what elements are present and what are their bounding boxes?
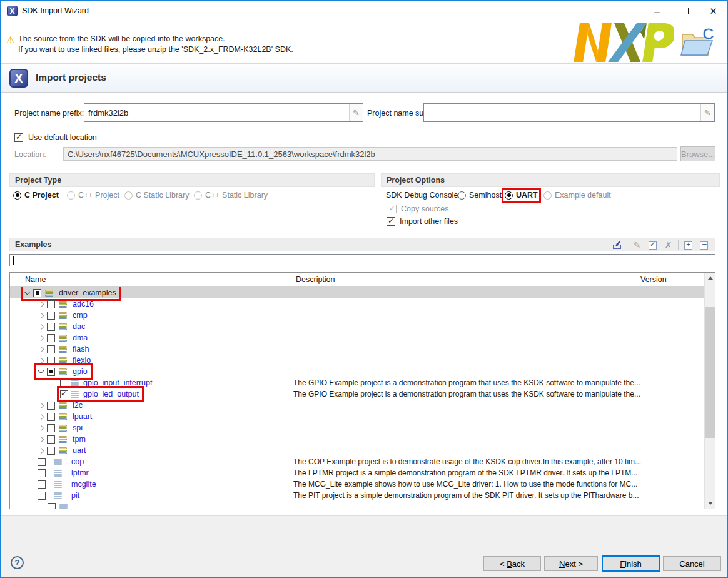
column-header-description[interactable]: Description: [296, 275, 335, 284]
tree-row[interactable]: flash: [10, 343, 704, 355]
tree-row[interactable]: pitThe PIT project is a simple demonstra…: [10, 490, 704, 501]
tree-row[interactable]: dac: [10, 321, 704, 332]
tree-item-label[interactable]: gpio_input_interrupt: [81, 378, 154, 387]
tree-expander-icon[interactable]: [38, 357, 44, 363]
tree-checkbox[interactable]: [47, 323, 55, 331]
tree-expander-icon[interactable]: [38, 312, 44, 318]
tree-checkbox[interactable]: [38, 492, 46, 500]
tree-expander-icon[interactable]: [38, 425, 44, 431]
radio-example-default[interactable]: Example default: [543, 191, 611, 200]
deselect-all-icon[interactable]: ✗: [662, 240, 674, 251]
browse-button[interactable]: Browse...: [680, 146, 715, 161]
tree-row[interactable]: mcgliteThe MCG_Lite example shows how to…: [10, 479, 704, 490]
import-other-files-checkbox[interactable]: Import other files: [387, 217, 458, 226]
tree-checkbox[interactable]: [47, 345, 55, 353]
back-button[interactable]: < Back: [483, 556, 541, 571]
radio-c-static-library[interactable]: C Static Library: [124, 191, 189, 200]
next-button[interactable]: Next >: [544, 556, 598, 571]
tree-item-label[interactable]: lpuart: [71, 412, 94, 421]
tree-row[interactable]: gpio_led_outputThe GPIO Example project …: [10, 388, 704, 400]
tree-expander-icon[interactable]: [38, 402, 44, 408]
import-example-icon[interactable]: [611, 240, 623, 251]
tree-checkbox[interactable]: [47, 368, 55, 376]
tree-checkbox[interactable]: [47, 447, 55, 455]
tree-row[interactable]: cmp: [10, 310, 704, 321]
close-button[interactable]: ✕: [699, 1, 727, 21]
tree-item-label[interactable]: gpio: [71, 367, 89, 376]
tree-expander-icon[interactable]: [38, 368, 44, 374]
vertical-scrollbar[interactable]: [704, 273, 715, 509]
tree-item-label[interactable]: i2c: [71, 401, 84, 410]
tree-row[interactable]: lptmrThe LPTMR project is a simple demon…: [10, 467, 704, 479]
tree-row[interactable]: adc16: [10, 298, 704, 310]
project-name-prefix-input[interactable]: frdmk32l2b ✎: [84, 103, 363, 122]
radio-semihost[interactable]: Semihost: [458, 191, 502, 200]
tree-item-label[interactable]: uart: [71, 446, 88, 455]
tree-row[interactable]: gpio: [10, 366, 704, 377]
tree-checkbox[interactable]: [60, 390, 68, 398]
tree-row[interactable]: tpm: [10, 434, 704, 445]
tree-checkbox[interactable]: [47, 334, 55, 342]
tree-checkbox[interactable]: [47, 357, 55, 365]
tree-item-label[interactable]: flexio: [71, 356, 93, 365]
tree-row[interactable]: dma: [10, 332, 704, 343]
tree-item-label[interactable]: dma: [71, 333, 89, 342]
tree-item-label[interactable]: driver_examples: [57, 288, 118, 297]
collapse-all-icon[interactable]: [698, 240, 710, 251]
tree-expander-icon[interactable]: [38, 323, 44, 330]
project-name-suffix-input[interactable]: ✎: [423, 103, 715, 122]
tree-checkbox[interactable]: [47, 424, 55, 432]
tree-expander-icon[interactable]: [38, 301, 44, 307]
tree-checkbox[interactable]: [47, 300, 55, 308]
tree-row[interactable]: driver_examples: [10, 287, 704, 298]
tree-checkbox[interactable]: [47, 312, 55, 320]
clear-icon[interactable]: ✎: [631, 240, 643, 251]
tree-row[interactable]: gpio_input_interruptThe GPIO Example pro…: [10, 377, 704, 388]
tree-checkbox[interactable]: [48, 503, 56, 509]
expand-all-icon[interactable]: [682, 240, 694, 251]
tree-row[interactable]: i2c: [10, 400, 704, 411]
tree-row[interactable]: [10, 501, 704, 509]
tree-item-label[interactable]: cop: [69, 457, 86, 466]
tree-checkbox[interactable]: [38, 458, 46, 466]
select-all-icon[interactable]: [647, 240, 659, 251]
tree-checkbox[interactable]: [33, 289, 41, 297]
tree-item-label[interactable]: spi: [71, 423, 84, 432]
help-button[interactable]: ?: [11, 556, 24, 569]
minimize-button[interactable]: –: [643, 1, 671, 21]
tree-checkbox[interactable]: [38, 480, 46, 489]
cancel-button[interactable]: Cancel: [663, 556, 721, 571]
maximize-button[interactable]: [671, 1, 699, 21]
tree-checkbox[interactable]: [47, 402, 55, 410]
tree-expander-icon[interactable]: [38, 346, 44, 352]
column-header-name[interactable]: Name: [25, 275, 46, 284]
examples-filter-input[interactable]: [9, 254, 715, 266]
tree-checkbox[interactable]: [47, 413, 55, 421]
tree-item-label[interactable]: gpio_led_output: [81, 390, 141, 398]
tree-row[interactable]: copThe COP Example project is to demonst…: [10, 456, 704, 467]
radio-cpp-project[interactable]: C++ Project: [67, 191, 119, 200]
tree-checkbox[interactable]: [47, 435, 55, 444]
column-separator[interactable]: [637, 273, 637, 287]
tree-expander-icon[interactable]: [38, 413, 44, 420]
tree-item-label[interactable]: dac: [71, 322, 87, 331]
use-default-location-checkbox[interactable]: Use default location: [14, 133, 97, 142]
tree-expander-icon[interactable]: [24, 289, 31, 295]
tree-checkbox[interactable]: [38, 469, 46, 477]
radio-uart[interactable]: UART: [505, 191, 538, 200]
tree-item-label[interactable]: tpm: [71, 435, 88, 444]
tree-row[interactable]: uart: [10, 445, 704, 456]
radio-c-project[interactable]: C Project: [13, 191, 59, 200]
tree-item-label[interactable]: flash: [71, 345, 91, 353]
scroll-up-button[interactable]: [705, 273, 715, 283]
scrollbar-thumb[interactable]: [705, 307, 715, 438]
tree-item-label[interactable]: adc16: [71, 300, 96, 308]
radio-cpp-static-library[interactable]: C++ Static Library: [194, 191, 268, 200]
tree-expander-icon[interactable]: [38, 447, 44, 454]
tree-item-label[interactable]: mcglite: [69, 480, 98, 489]
tree-row[interactable]: lpuart: [10, 411, 704, 422]
tree-expander-icon[interactable]: [38, 436, 44, 442]
tree-item-label[interactable]: cmp: [71, 311, 89, 320]
tree-row[interactable]: flexio: [10, 355, 704, 366]
tree-row[interactable]: spi: [10, 422, 704, 434]
